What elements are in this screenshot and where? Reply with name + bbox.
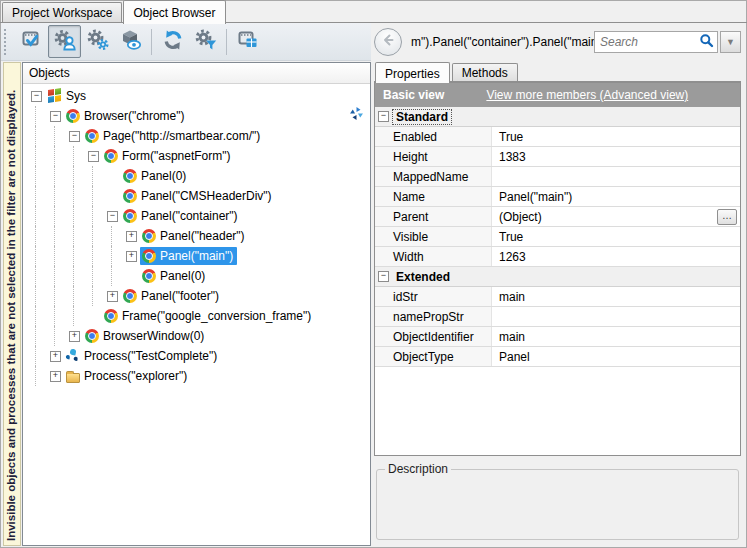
chevron-down-icon: ▼ (726, 37, 735, 47)
property-group-header[interactable]: −Extended (375, 267, 740, 287)
property-value[interactable]: (Object) (491, 207, 740, 226)
property-value[interactable]: main (491, 287, 740, 306)
search-options-dropdown[interactable]: ▼ (720, 31, 741, 53)
chrome-icon (104, 309, 118, 323)
tree-item[interactable]: −Page("http://smartbear.com/") (23, 126, 370, 146)
tab-methods[interactable]: Methods (452, 63, 518, 82)
property-value[interactable]: True (491, 227, 740, 246)
property-row[interactable]: Width1263 (375, 247, 740, 267)
property-row[interactable]: ObjectTypePanel (375, 347, 740, 367)
property-row[interactable]: MappedName (375, 167, 740, 187)
filter-note: Invisible objects and processes that are… (3, 62, 21, 546)
property-name: namePropStr (375, 307, 491, 326)
tab-properties[interactable]: Properties (375, 62, 450, 83)
property-name: Parent (375, 207, 491, 226)
tree-item[interactable]: +BrowserWindow(0) (23, 326, 370, 346)
property-row[interactable]: VisibleTrue (375, 227, 740, 247)
property-row[interactable]: namePropStr (375, 307, 740, 327)
expand-icon[interactable]: + (126, 251, 137, 262)
property-name: Width (375, 247, 491, 266)
tree-guide (99, 226, 118, 246)
toolbar-separator (151, 29, 152, 55)
tree-item[interactable]: Panel(0) (23, 166, 370, 186)
tree-guide (42, 186, 61, 206)
tree-item[interactable]: −Panel("container") (23, 206, 370, 226)
expand-icon[interactable]: + (69, 331, 80, 342)
tab-project-workspace[interactable]: Project Workspace (2, 2, 122, 23)
property-row[interactable]: Parent(Object)… (375, 207, 740, 227)
tree-guide (42, 166, 61, 186)
property-value[interactable] (491, 307, 740, 326)
property-row[interactable]: Height1383 (375, 147, 740, 167)
tree-item[interactable]: +Panel("footer") (23, 286, 370, 306)
back-button[interactable] (374, 28, 402, 56)
gear-user-button[interactable] (48, 25, 81, 58)
cube-eye-button[interactable] (114, 25, 147, 58)
tree-item[interactable]: +Panel("header") (23, 226, 370, 246)
property-value[interactable]: main (491, 327, 740, 346)
tree-item[interactable]: +Process("TestComplete") (23, 346, 370, 366)
tab-object-browser[interactable]: Object Browser (123, 0, 225, 24)
refresh-button[interactable] (156, 25, 189, 58)
collapse-icon[interactable]: − (50, 111, 61, 122)
window-panel-button[interactable] (231, 25, 264, 58)
expand-icon[interactable]: + (50, 351, 61, 362)
property-value[interactable]: Panel (491, 347, 740, 366)
property-value[interactable]: 1263 (491, 247, 740, 266)
tree-item[interactable]: −Sys (23, 86, 370, 106)
tree-item[interactable]: −Browser("chrome") (23, 106, 370, 126)
collapse-icon[interactable]: − (107, 211, 118, 222)
tree-item[interactable]: +Panel("main") (23, 246, 370, 266)
property-value[interactable]: True (491, 127, 740, 146)
tree-item[interactable]: −Form("aspnetForm") (23, 146, 370, 166)
tree-item[interactable]: Panel("CMSHeaderDiv") (23, 186, 370, 206)
chrome-icon (85, 129, 99, 143)
tree-item-label: Process("explorer") (84, 369, 187, 383)
tree-item[interactable]: +Process("explorer") (23, 366, 370, 386)
gears-button[interactable] (81, 25, 114, 58)
collapse-icon[interactable]: − (88, 151, 99, 162)
tree-guide (80, 166, 99, 186)
property-row[interactable]: idStrmain (375, 287, 740, 307)
search-box (594, 31, 718, 53)
collapse-icon[interactable]: − (378, 271, 389, 282)
tree-item-label: Panel("CMSHeaderDiv") (141, 189, 272, 203)
property-group-label: Standard (393, 110, 451, 124)
tree-guide (23, 346, 42, 366)
tree-item-label: Panel("container") (141, 209, 238, 223)
expand-icon[interactable]: + (126, 231, 137, 242)
search-input[interactable] (595, 35, 699, 49)
tree-item-label: Panel(0) (160, 269, 205, 283)
advanced-view-link[interactable]: View more members (Advanced view) (486, 88, 688, 102)
gear-filter-icon (194, 28, 218, 55)
view-mode-bar: Basic view View more members (Advanced v… (375, 83, 740, 107)
tree-item[interactable]: Panel(0) (23, 266, 370, 286)
property-value[interactable] (491, 167, 740, 186)
search-icon[interactable] (699, 33, 714, 51)
property-row[interactable]: EnabledTrue (375, 127, 740, 147)
property-group-header[interactable]: −Standard (375, 107, 740, 127)
testcomplete-icon (66, 349, 80, 363)
property-value[interactable]: 1383 (491, 147, 740, 166)
property-value[interactable]: Panel("main") (491, 187, 740, 206)
gear-filter-button[interactable] (189, 25, 222, 58)
object-browser-toolbar (0, 23, 371, 61)
breadcrumb: m").Panel("container").Panel("main") (411, 35, 594, 49)
expand-icon[interactable]: + (50, 371, 61, 382)
toolbar-grip[interactable] (4, 29, 12, 55)
property-row[interactable]: NamePanel("main") (375, 187, 740, 207)
collapse-icon[interactable]: − (378, 111, 389, 122)
tree-item-label: Process("TestComplete") (84, 349, 217, 363)
ellipsis-button[interactable]: … (717, 209, 737, 225)
chrome-icon (142, 269, 156, 283)
property-row[interactable]: ObjectIdentifiermain (375, 327, 740, 347)
tree-item[interactable]: Frame("google_conversion_frame") (23, 306, 370, 326)
chrome-icon (104, 149, 118, 163)
property-group-label: Extended (393, 270, 453, 284)
windows-icon (47, 88, 62, 104)
expand-icon[interactable]: + (107, 291, 118, 302)
window-check-button[interactable] (15, 25, 48, 58)
tree-item-label: Sys (66, 89, 86, 103)
collapse-icon[interactable]: − (31, 91, 42, 102)
collapse-icon[interactable]: − (69, 131, 80, 142)
